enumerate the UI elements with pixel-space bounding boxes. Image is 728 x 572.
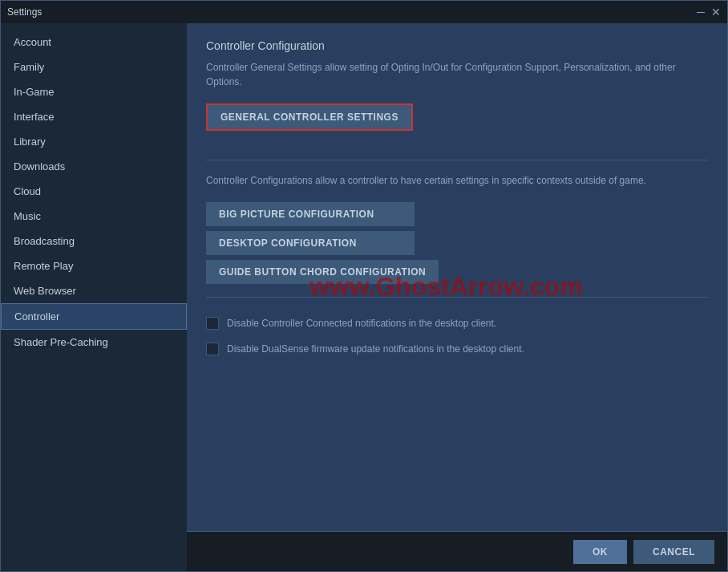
sidebar-item-family[interactable]: Family bbox=[1, 55, 187, 79]
content-area: Controller Configuration Controller Gene… bbox=[187, 23, 727, 531]
divider-1 bbox=[206, 160, 708, 160]
checkbox-2[interactable] bbox=[206, 343, 219, 355]
sidebar-item-downloads[interactable]: Downloads bbox=[1, 154, 187, 179]
footer: OK CANCEL bbox=[187, 531, 727, 571]
general-settings-button[interactable]: GENERAL CONTROLLER SETTINGS bbox=[206, 103, 413, 131]
checkbox-label-1: Disable Controller Connected notificatio… bbox=[227, 318, 496, 329]
right-panel: Controller Configuration Controller Gene… bbox=[187, 23, 727, 571]
sidebar-item-account[interactable]: Account bbox=[1, 30, 187, 55]
sidebar-item-controller[interactable]: Controller bbox=[1, 303, 187, 330]
sidebar-item-library[interactable]: Library bbox=[1, 129, 187, 154]
settings-window: Settings ─ ✕ AccountFamilyIn-GameInterfa… bbox=[0, 0, 728, 572]
window-controls: ─ ✕ bbox=[697, 6, 721, 18]
cancel-button[interactable]: CANCEL bbox=[633, 540, 714, 564]
window-title: Settings bbox=[7, 6, 42, 18]
ok-button[interactable]: OK bbox=[573, 540, 627, 564]
minimize-button[interactable]: ─ bbox=[697, 6, 705, 18]
checkbox-1[interactable] bbox=[206, 317, 219, 330]
config-button-desktop-configuration[interactable]: DESKTOP CONFIGURATION bbox=[206, 231, 415, 255]
section-title: Controller Configuration bbox=[206, 39, 708, 52]
config-buttons-section: BIG PICTURE CONFIGURATIONDESKTOP CONFIGU… bbox=[206, 202, 708, 284]
sidebar-item-web-browser[interactable]: Web Browser bbox=[1, 278, 187, 303]
checkbox-row-2: Disable DualSense firmware update notifi… bbox=[206, 336, 708, 362]
config-button-big-picture-configuration[interactable]: BIG PICTURE CONFIGURATION bbox=[206, 202, 415, 226]
checkbox-label-2: Disable DualSense firmware update notifi… bbox=[227, 343, 524, 355]
configs-description: Controller Configurations allow a contro… bbox=[206, 173, 708, 188]
main-content: AccountFamilyIn-GameInterfaceLibraryDown… bbox=[1, 23, 727, 571]
sidebar-item-shader-pre-caching[interactable]: Shader Pre-Caching bbox=[1, 330, 187, 355]
description-text: Controller General Settings allow settin… bbox=[206, 60, 708, 89]
sidebar-item-interface[interactable]: Interface bbox=[1, 104, 187, 129]
title-bar: Settings ─ ✕ bbox=[1, 1, 727, 23]
checkbox-row-1: Disable Controller Connected notificatio… bbox=[206, 310, 708, 336]
sidebar: AccountFamilyIn-GameInterfaceLibraryDown… bbox=[1, 23, 187, 571]
config-button-guide-button-chord-configuration[interactable]: GUIDE BUTTON CHORD CONFIGURATION bbox=[206, 260, 439, 284]
sidebar-item-cloud[interactable]: Cloud bbox=[1, 179, 187, 204]
sidebar-item-music[interactable]: Music bbox=[1, 204, 187, 229]
close-button[interactable]: ✕ bbox=[711, 6, 721, 18]
sidebar-item-broadcasting[interactable]: Broadcasting bbox=[1, 229, 187, 254]
sidebar-item-remote-play[interactable]: Remote Play bbox=[1, 254, 187, 278]
divider-2 bbox=[206, 297, 708, 298]
sidebar-item-in-game[interactable]: In-Game bbox=[1, 79, 187, 104]
